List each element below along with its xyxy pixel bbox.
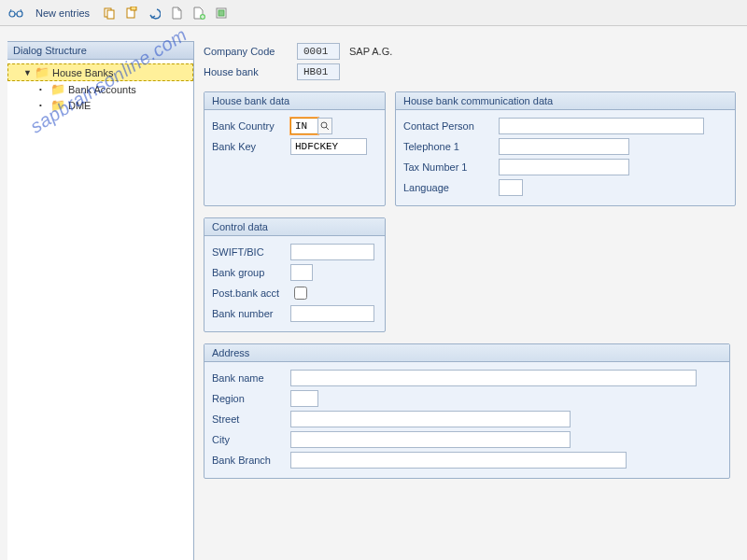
region-label: Region: [212, 393, 290, 404]
undo-icon[interactable]: [146, 5, 162, 21]
bank-key-label: Bank Key: [212, 141, 290, 152]
document-select-icon[interactable]: [213, 5, 230, 21]
folder-icon: 📁: [50, 82, 65, 96]
group-address: Address Bank name Region Street City: [204, 343, 730, 479]
content-area: Company Code 0001 SAP A.G. House bank HB…: [194, 26, 747, 560]
region-input[interactable]: [290, 390, 318, 407]
svg-rect-5: [131, 7, 136, 10]
copy-icon[interactable]: [101, 5, 118, 21]
telephone1-label: Telephone 1: [403, 141, 499, 152]
city-input[interactable]: [290, 431, 571, 448]
tree: ▼ 📁 House Banks • 📁 Bank Accounts • 📁 DM…: [7, 60, 193, 560]
bank-name-input[interactable]: [290, 370, 697, 386]
house-bank-label: House bank: [204, 66, 297, 77]
expander-icon[interactable]: ▼: [23, 68, 32, 77]
bank-group-label: Bank group: [212, 267, 290, 278]
header-fields: Company Code 0001 SAP A.G. House bank HB…: [204, 41, 736, 82]
company-code-value: 0001: [297, 43, 340, 60]
group-house-bank-data: House bank data Bank Country Bank Key: [204, 91, 386, 206]
bank-branch-input[interactable]: [290, 452, 627, 469]
search-help-icon[interactable]: [317, 118, 332, 134]
glasses-icon[interactable]: [7, 5, 24, 21]
bullet-icon: •: [39, 85, 48, 93]
contact-person-label: Contact Person: [403, 120, 499, 132]
post-bank-acct-label: Post.bank acct: [212, 287, 290, 299]
document-icon[interactable]: [168, 5, 185, 21]
language-label: Language: [403, 182, 499, 193]
group-title: Control data: [204, 218, 385, 236]
tax-number1-label: Tax Number 1: [403, 161, 499, 173]
tree-label: DME: [68, 100, 91, 111]
tree-label: Bank Accounts: [68, 84, 136, 95]
swift-label: SWIFT/BIC: [212, 246, 290, 258]
document-add-icon[interactable]: [190, 5, 207, 21]
house-bank-value: HB01: [297, 63, 340, 80]
bank-country-label: Bank Country: [212, 120, 290, 132]
bank-name-label: Bank name: [212, 372, 290, 384]
group-title: Address: [204, 344, 729, 362]
language-input[interactable]: [499, 179, 523, 196]
group-house-bank-comm: House bank communication data Contact Pe…: [395, 91, 736, 206]
dialog-structure-panel: Dialog Structure ▼ 📁 House Banks • 📁 Ban…: [7, 41, 194, 560]
bank-key-input[interactable]: [290, 138, 367, 155]
tree-node-bank-accounts[interactable]: • 📁 Bank Accounts: [7, 81, 193, 97]
new-entries-button[interactable]: New entries: [35, 7, 90, 19]
telephone1-input[interactable]: [499, 138, 629, 155]
bank-number-label: Bank number: [212, 308, 290, 319]
bank-number-input[interactable]: [290, 305, 374, 322]
bank-branch-label: Bank Branch: [212, 455, 290, 466]
tree-label: House Banks: [52, 67, 113, 78]
contact-person-input[interactable]: [499, 118, 704, 134]
svg-rect-3: [107, 10, 114, 19]
tree-node-house-banks[interactable]: ▼ 📁 House Banks: [7, 63, 193, 81]
company-code-desc: SAP A.G.: [349, 46, 392, 57]
svg-rect-8: [218, 10, 224, 16]
group-title: House bank data: [204, 92, 385, 110]
bullet-icon: •: [39, 101, 48, 109]
sidebar-title: Dialog Structure: [7, 42, 193, 60]
city-label: City: [212, 434, 290, 445]
folder-icon: 📁: [35, 65, 49, 79]
street-input[interactable]: [290, 411, 571, 427]
tree-node-dme[interactable]: • 📁 DME: [7, 97, 193, 113]
company-code-label: Company Code: [204, 46, 297, 57]
group-control-data: Control data SWIFT/BIC Bank group Post.b…: [204, 217, 386, 332]
swift-input[interactable]: [290, 244, 374, 260]
copy-as-icon[interactable]: [123, 5, 140, 21]
toolbar: New entries: [0, 0, 747, 26]
bank-group-input[interactable]: [290, 264, 313, 281]
folder-icon: 📁: [50, 98, 65, 112]
bank-country-input[interactable]: [290, 118, 318, 134]
street-label: Street: [212, 413, 290, 425]
group-title: House bank communication data: [396, 92, 735, 110]
tax-number1-input[interactable]: [499, 159, 629, 175]
post-bank-acct-checkbox[interactable]: [294, 287, 307, 300]
